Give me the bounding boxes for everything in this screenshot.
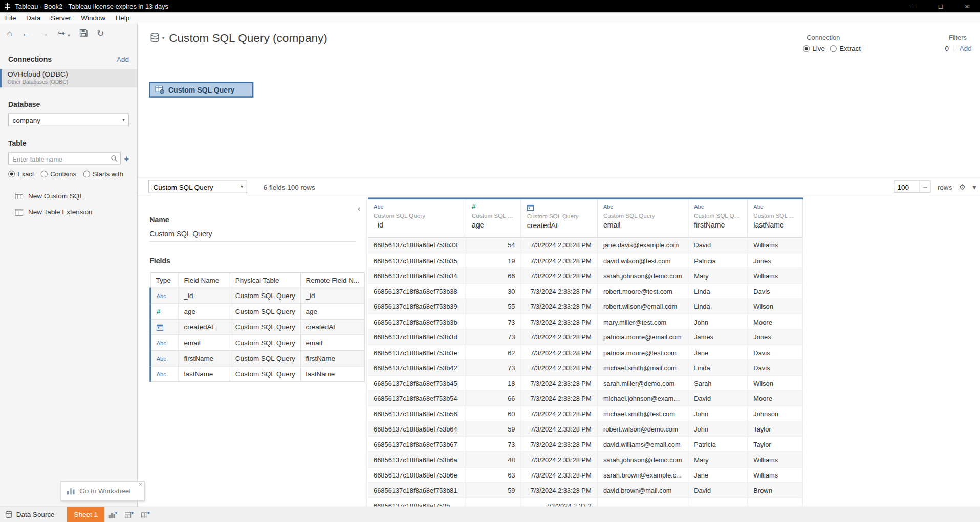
table-name-field[interactable]: Custom SQL Query: [149, 230, 356, 242]
table-row[interactable]: 66856137c18f8a68ef753b42737/3/2024 2:33:…: [368, 360, 803, 375]
radio-starts-with[interactable]: Starts with: [83, 170, 123, 178]
refresh-icon[interactable]: ↻: [97, 29, 104, 37]
cell-lastName: Johnson: [748, 406, 803, 421]
forward-icon[interactable]: →: [40, 29, 49, 37]
radio-live[interactable]: Live: [803, 44, 825, 52]
worksheet-chart-icon: [67, 487, 75, 495]
field-row[interactable]: AbcfirstNameCustom SQL QueryfirstName: [150, 350, 364, 366]
cell-age: 62: [466, 345, 521, 360]
cell-lastName: Williams: [748, 268, 803, 284]
field-row[interactable]: createdAtCustom SQL QuerycreatedAt: [150, 319, 364, 335]
cell-age: 30: [466, 284, 521, 299]
table-row[interactable]: 66856137c18f8a68ef753b39557/3/2024 2:33:…: [368, 299, 803, 314]
redo-icon[interactable]: ↪: [58, 29, 65, 37]
cell-createdAt: 7/3/2024 2:33:28 PM: [521, 284, 598, 299]
column-header-age[interactable]: #Custom SQL Que...age: [466, 199, 521, 238]
column-header-createdAt[interactable]: Custom SQL QuerycreatedAt: [521, 199, 598, 238]
radio-label: Contains: [50, 170, 76, 178]
main-area: ▾ Custom SQL Query (company) Connection …: [138, 23, 980, 506]
new-custom-sql-link[interactable]: New Custom SQL: [0, 188, 137, 204]
field-name: age: [179, 304, 230, 320]
table-row[interactable]: 66856137c18f8a68ef753b67737/3/2024 2:33:…: [368, 437, 803, 452]
collapse-panel-icon[interactable]: ‹: [358, 204, 360, 213]
field-row[interactable]: #ageCustom SQL Queryage: [150, 304, 364, 320]
menu-window[interactable]: Window: [76, 12, 110, 23]
table-row[interactable]: 66856137c18f8a68ef753b38307/3/2024 2:33:…: [368, 284, 803, 299]
settings-gear-icon[interactable]: ⚙: [959, 182, 966, 191]
cell-age: 73: [466, 314, 521, 330]
database-select[interactable]: company ▾: [8, 113, 129, 126]
minimize-button[interactable]: –: [901, 0, 927, 12]
new-dashboard-button[interactable]: [121, 507, 137, 522]
cell-_id: 66856137c18f8a68ef753b39: [368, 299, 466, 314]
table-row[interactable]: 66856137c18f8a68ef753b33547/3/2024 2:33:…: [368, 238, 803, 253]
new-table-extension-link[interactable]: New Table Extension: [0, 204, 137, 220]
cell-lastName: Davis: [748, 345, 803, 360]
table-row[interactable]: 66856137c18f8a68ef753b3d737/3/2024 2:33:…: [368, 329, 803, 345]
field-row[interactable]: AbcemailCustom SQL Queryemail: [150, 335, 364, 351]
close-button[interactable]: ×: [954, 0, 980, 12]
search-icon: [111, 155, 118, 162]
table-row[interactable]: 66856137c18f8a68ef753b34667/3/2024 2:33:…: [368, 268, 803, 284]
back-icon[interactable]: ←: [21, 29, 30, 37]
cell-age: 66: [466, 268, 521, 284]
table-row[interactable]: 66856137c18f8a68ef753b81597/3/2024 2:33:…: [368, 483, 803, 498]
menu-help[interactable]: Help: [111, 12, 135, 23]
rows-label: rows: [938, 183, 952, 191]
custom-sql-table-node[interactable]: Custom SQL Query: [149, 82, 253, 98]
table-row[interactable]: 66856137c18f8a68ef753b3b737/3/2024 2:33:…: [368, 314, 803, 330]
cell-firstName: Linda: [688, 284, 748, 299]
column-header-_id[interactable]: AbcCustom SQL Query_id: [368, 199, 466, 238]
chevron-down-icon[interactable]: ▾: [162, 35, 164, 40]
chevron-down-icon[interactable]: ▾: [68, 33, 70, 38]
home-icon[interactable]: ⌂: [7, 29, 12, 37]
connection-item[interactable]: OVHcloud (ODBC) Other Databases (ODBC): [0, 69, 137, 88]
table-row[interactable]: 66856137c18f8a68ef753b45187/3/2024 2:33:…: [368, 375, 803, 391]
maximize-button[interactable]: □: [927, 0, 953, 12]
cell-firstName: Patricia: [688, 437, 748, 452]
column-header-lastName[interactable]: AbcCustom SQL Que...lastName: [748, 199, 803, 238]
string-type-icon: Abc: [603, 204, 613, 210]
chevron-down-icon[interactable]: ▾: [972, 182, 976, 191]
remote-field: _id: [300, 288, 364, 304]
apply-rows-button[interactable]: →: [919, 181, 930, 192]
cell-_id: 66856137c18f8a68ef753b54: [368, 391, 466, 406]
table-row[interactable]: 66856137c18f8a68ef753b7/3/2024 2:33:2: [368, 498, 803, 507]
radio-exact[interactable]: Exact: [8, 170, 34, 178]
table-select-dropdown[interactable]: Custom SQL Query ▾: [148, 180, 247, 193]
save-icon[interactable]: [79, 29, 88, 37]
field-row[interactable]: Abc_idCustom SQL Query_id: [150, 288, 364, 304]
table-row[interactable]: 66856137c18f8a68ef753b54667/3/2024 2:33:…: [368, 391, 803, 406]
table-row[interactable]: 66856137c18f8a68ef753b6a487/3/2024 2:33:…: [368, 452, 803, 467]
table-search-input[interactable]: [12, 155, 109, 163]
field-name: _id: [179, 288, 230, 304]
table-row[interactable]: 66856137c18f8a68ef753b3e627/3/2024 2:33:…: [368, 345, 803, 360]
field-row[interactable]: AbclastNameCustom SQL QuerylastName: [150, 366, 364, 382]
number-type-icon: #: [157, 308, 160, 315]
datasource-title[interactable]: Custom SQL Query (company): [169, 31, 328, 45]
menu-server[interactable]: Server: [46, 12, 76, 23]
new-worksheet-button[interactable]: [104, 507, 121, 522]
new-story-button[interactable]: [137, 507, 154, 522]
column-header-email[interactable]: AbcCustom SQL Queryemail: [598, 199, 688, 238]
rows-count-input[interactable]: [894, 181, 919, 192]
close-icon[interactable]: ×: [139, 482, 142, 488]
table-row[interactable]: 66856137c18f8a68ef753b35197/3/2024 2:33:…: [368, 253, 803, 268]
column-header-firstName[interactable]: AbcCustom SQL Que...firstName: [688, 199, 748, 238]
tab-data-source[interactable]: Data Source: [0, 507, 61, 522]
cell-firstName: Mary: [688, 452, 748, 467]
add-table-plus-icon[interactable]: +: [124, 154, 129, 163]
table-row[interactable]: 66856137c18f8a68ef753b6e637/3/2024 2:33:…: [368, 467, 803, 483]
radio-contains[interactable]: Contains: [41, 170, 76, 178]
column-table-name: Custom SQL Query: [527, 212, 592, 219]
menu-data[interactable]: Data: [21, 12, 46, 23]
filters-add-link[interactable]: Add: [960, 44, 972, 52]
table-row[interactable]: 66856137c18f8a68ef753b64597/3/2024 2:33:…: [368, 421, 803, 437]
add-connection-link[interactable]: Add: [117, 56, 129, 63]
tab-sheet1[interactable]: Sheet 1: [67, 507, 104, 522]
cell-createdAt: 7/3/2024 2:33:28 PM: [521, 268, 598, 284]
table-row[interactable]: 66856137c18f8a68ef753b56607/3/2024 2:33:…: [368, 406, 803, 421]
menu-file[interactable]: File: [0, 12, 21, 23]
radio-extract[interactable]: Extract: [830, 44, 861, 52]
go-to-worksheet-callout[interactable]: Go to Worksheet ×: [61, 481, 145, 501]
